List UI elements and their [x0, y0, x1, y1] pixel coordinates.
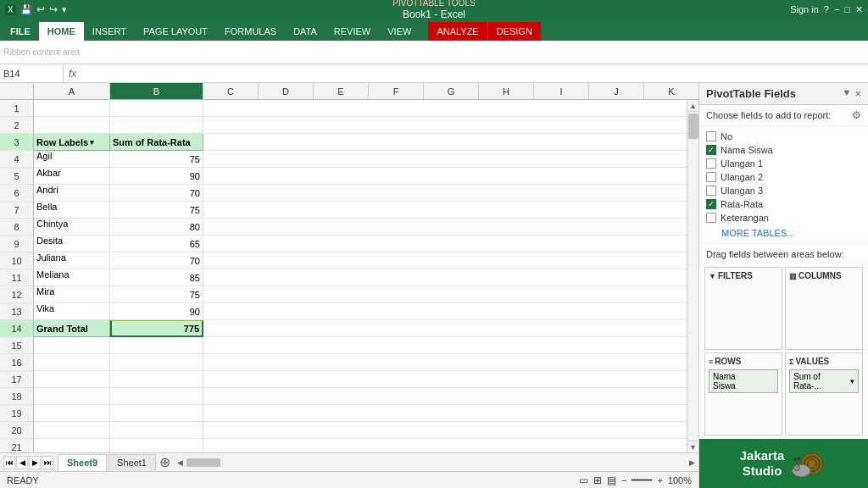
tab-home[interactable]: HOME: [39, 22, 84, 41]
zoom-slider[interactable]: ━━━━: [632, 475, 652, 485]
rows-dropdown[interactable]: ▾: [760, 377, 774, 385]
cell-a14-grand-total[interactable]: Grand Total: [34, 320, 110, 337]
sheet-tab-sheet1[interactable]: Sheet1: [108, 454, 156, 471]
h-scroll-track[interactable]: [186, 458, 686, 467]
row-header-11[interactable]: 11: [0, 269, 33, 286]
pivot-close-btn[interactable]: ×: [854, 87, 861, 100]
checkbox-ulangan2[interactable]: [706, 172, 716, 182]
cell-a1[interactable]: [34, 100, 110, 117]
row-header-10[interactable]: 10: [0, 252, 33, 269]
pivot-gear-icon[interactable]: ⚙: [852, 109, 861, 121]
col-header-h[interactable]: H: [479, 83, 534, 99]
col-header-c[interactable]: C: [203, 83, 259, 99]
row-header-5[interactable]: 5: [0, 168, 33, 185]
cell-a9[interactable]: Desita: [34, 236, 110, 252]
checkbox-nama-siswa[interactable]: ✓: [706, 145, 716, 155]
sheet-nav-first[interactable]: ⏮: [3, 456, 15, 469]
tab-design[interactable]: DESIGN: [488, 22, 541, 41]
col-header-i[interactable]: I: [534, 83, 589, 99]
sheet-nav-next[interactable]: ▶: [29, 456, 41, 469]
tab-file[interactable]: FILE: [2, 22, 39, 41]
row-header-20[interactable]: 20: [0, 422, 33, 439]
cell-b10[interactable]: 70: [110, 252, 203, 269]
tab-insert[interactable]: INSERT: [84, 22, 135, 41]
cell-b3-header[interactable]: Sum of Rata-Rata: [110, 134, 203, 151]
row-header-15[interactable]: 15: [0, 337, 33, 354]
checkbox-rata-rata[interactable]: ✓: [706, 199, 716, 209]
page-break-btn[interactable]: ▤: [607, 474, 616, 486]
cell-b1[interactable]: [110, 100, 203, 117]
row-header-12[interactable]: 12: [0, 286, 33, 303]
help-btn[interactable]: ?: [824, 4, 829, 14]
tab-formulas[interactable]: FORMULAS: [216, 22, 285, 41]
pivot-rows-item[interactable]: Nama Siswa ▾: [709, 369, 778, 393]
col-header-j[interactable]: J: [589, 83, 644, 99]
checkbox-keterangan[interactable]: [706, 213, 716, 223]
undo-btn[interactable]: ↩: [36, 3, 45, 15]
cell-b14-grand-total[interactable]: 775: [110, 320, 203, 337]
scroll-right-btn[interactable]: ▶: [689, 458, 695, 467]
pivot-area-values[interactable]: Σ VALUES Sum of Rata-... ▾: [785, 352, 863, 435]
minimize-btn[interactable]: −: [834, 4, 839, 14]
pivot-pin-btn[interactable]: ▼: [843, 87, 852, 100]
row-header-1[interactable]: 1: [0, 100, 33, 117]
checkbox-ulangan1[interactable]: [706, 158, 716, 169]
cell-a13[interactable]: Vika: [34, 303, 110, 320]
cell-a12[interactable]: Mira: [34, 286, 110, 303]
cell-a6[interactable]: Andri: [34, 185, 110, 202]
cell-b7[interactable]: 75: [110, 202, 203, 219]
scroll-left-btn[interactable]: ◀: [177, 458, 183, 467]
sheet-tab-sheet9[interactable]: Sheet9: [58, 454, 107, 471]
cell-a11[interactable]: Meliana: [34, 269, 110, 286]
row-header-13[interactable]: 13: [0, 303, 33, 320]
tab-data[interactable]: DATA: [285, 22, 326, 41]
cell-b5[interactable]: 90: [110, 168, 203, 185]
name-box[interactable]: B14: [0, 64, 64, 82]
vertical-scrollbar[interactable]: ▲ ▼: [687, 100, 698, 452]
row-header-3[interactable]: 3: [0, 134, 33, 151]
more-tables-link[interactable]: MORE TABLES...: [706, 225, 861, 240]
h-scroll-thumb[interactable]: [186, 458, 220, 467]
restore-btn[interactable]: □: [844, 4, 850, 14]
cell-a8[interactable]: Chintya: [34, 219, 110, 236]
row-header-8[interactable]: 8: [0, 219, 33, 236]
cell-b2[interactable]: [110, 117, 203, 134]
pivot-area-filters[interactable]: ▼ FILTERS: [704, 267, 782, 350]
cell-b4[interactable]: 75: [110, 151, 203, 168]
cell-b11[interactable]: 85: [110, 269, 203, 286]
row-header-17[interactable]: 17: [0, 371, 33, 388]
row-header-7[interactable]: 7: [0, 202, 33, 219]
scroll-thumb[interactable]: [688, 114, 698, 139]
col-header-f[interactable]: F: [369, 83, 424, 99]
cell-a10[interactable]: Juliana: [34, 252, 110, 269]
customize-btn[interactable]: ▾: [62, 4, 67, 15]
zoom-out-btn[interactable]: −: [621, 475, 626, 485]
checkbox-ulangan3[interactable]: [706, 186, 716, 196]
col-header-e[interactable]: E: [314, 83, 369, 99]
cell-a5[interactable]: Akbar: [34, 168, 110, 185]
sign-in-link[interactable]: Sign in: [790, 4, 819, 14]
col-header-b[interactable]: B: [110, 83, 203, 99]
cell-a7[interactable]: Bella: [34, 202, 110, 219]
row-header-19[interactable]: 19: [0, 405, 33, 422]
row-header-2[interactable]: 2: [0, 117, 33, 134]
cell-b8[interactable]: 80: [110, 219, 203, 236]
cell-b9[interactable]: 65: [110, 236, 203, 252]
pivot-area-columns[interactable]: ▥ COLUMNS: [785, 267, 863, 350]
scroll-down-btn[interactable]: ▼: [687, 441, 699, 452]
quick-save[interactable]: 💾: [20, 4, 32, 15]
pivot-values-item[interactable]: Sum of Rata-... ▾: [789, 369, 859, 393]
tab-view[interactable]: VIEW: [379, 22, 420, 41]
normal-view-btn[interactable]: ▭: [579, 474, 588, 486]
row-header-18[interactable]: 18: [0, 388, 33, 405]
zoom-in-btn[interactable]: +: [657, 475, 662, 485]
row-header-4[interactable]: 4: [0, 151, 33, 168]
cell-a2[interactable]: [34, 117, 110, 134]
pivot-area-rows[interactable]: ≡ ROWS Nama Siswa ▾: [704, 352, 782, 435]
tab-analyze[interactable]: ANALYZE: [428, 22, 487, 41]
row-header-6[interactable]: 6: [0, 185, 33, 202]
col-header-d[interactable]: D: [259, 83, 314, 99]
row-header-21[interactable]: 21: [0, 439, 33, 452]
add-sheet-btn[interactable]: ⊕: [157, 454, 174, 471]
cell-a3-header[interactable]: Row Labels ▾: [34, 134, 110, 151]
